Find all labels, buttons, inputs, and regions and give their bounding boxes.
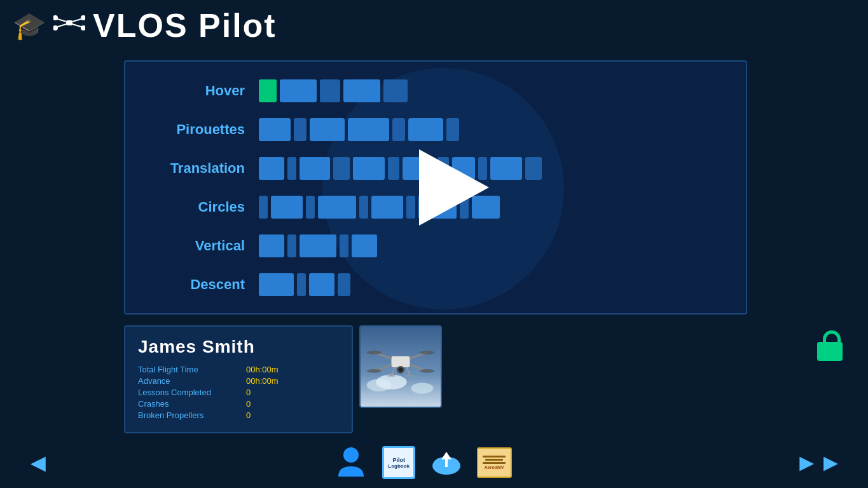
vert-seg-2 <box>300 234 336 257</box>
vertical-row <box>259 231 740 260</box>
circ-seg-3 <box>318 196 356 219</box>
cert-brand-text: AerodMV <box>485 465 504 470</box>
row-label-hover: Hover <box>125 83 252 99</box>
hover-seg-0 <box>259 79 277 102</box>
row-label-circles: Circles <box>125 199 252 215</box>
profile-button[interactable] <box>334 445 369 480</box>
header: 🎓 VLOS Pilot <box>0 0 868 51</box>
circ-seg-4 <box>359 196 368 219</box>
trans-seg-1 <box>287 157 296 180</box>
logbook-main-text: Logbook <box>388 463 410 469</box>
username: James Smith <box>138 337 339 357</box>
svg-point-19 <box>420 351 434 355</box>
svg-point-21 <box>420 369 434 373</box>
stat-row-lessons: Lessons Completed 0 <box>138 388 339 397</box>
app-title: VLOS Pilot <box>93 6 277 44</box>
stats-table: Total Flight Time 00h:00m Advance 00h:00… <box>138 365 339 420</box>
svg-point-31 <box>446 458 459 471</box>
cloud-upload-icon <box>430 448 463 477</box>
hover-row <box>259 76 740 105</box>
row-label-translation: Translation <box>125 160 252 177</box>
stat-value-crashes: 0 <box>246 399 251 409</box>
pir-seg-1 <box>294 118 307 141</box>
stat-row-crashes: Crashes 0 <box>138 399 339 409</box>
stat-label-crashes: Crashes <box>138 399 240 409</box>
certificate-button[interactable]: AerodMV <box>477 445 512 480</box>
stat-value-flight-time: 00h:00m <box>246 365 279 374</box>
pir-seg-3 <box>348 118 389 141</box>
trans-seg-5 <box>388 157 399 180</box>
stat-label-lessons: Lessons Completed <box>138 388 240 397</box>
pir-seg-2 <box>310 118 345 141</box>
cloud-upload-button[interactable] <box>429 445 464 480</box>
trans-seg-4 <box>353 157 385 180</box>
stat-value-advance: 00h:00m <box>246 376 279 386</box>
desc-seg-2 <box>309 273 334 296</box>
drone-thumbnail[interactable] <box>359 325 442 408</box>
desc-seg-1 <box>297 273 306 296</box>
stat-row-advance: Advance 00h:00m <box>138 376 339 386</box>
pirouettes-row <box>259 115 740 144</box>
svg-rect-13 <box>391 356 410 367</box>
cert-line-3 <box>483 462 506 464</box>
graduation-cap-icon: 🎓 <box>13 10 46 41</box>
svg-point-18 <box>367 351 382 355</box>
stat-value-propellers: 0 <box>246 410 251 420</box>
circ-seg-1 <box>271 196 303 219</box>
pir-seg-6 <box>446 118 459 141</box>
pir-seg-4 <box>392 118 405 141</box>
trans-seg-3 <box>333 157 350 180</box>
row-labels: Hover Pirouettes Translation Circles Ver… <box>125 62 252 313</box>
desc-seg-0 <box>259 273 294 296</box>
stat-value-lessons: 0 <box>246 388 251 397</box>
trans-seg-10 <box>490 157 522 180</box>
lock-icon[interactable] <box>817 330 843 361</box>
row-label-descent: Descent <box>125 276 252 293</box>
row-label-vertical: Vertical <box>125 238 252 254</box>
hover-seg-2 <box>320 79 340 102</box>
trans-seg-0 <box>259 157 284 180</box>
chart-panel: Hover Pirouettes Translation Circles Ver… <box>124 60 747 315</box>
vert-seg-0 <box>259 234 284 257</box>
row-label-pirouettes: Pirouettes <box>125 121 252 138</box>
stat-row-flight-time: Total Flight Time 00h:00m <box>138 365 339 374</box>
circ-seg-0 <box>259 196 268 219</box>
person-icon <box>336 446 366 479</box>
svg-point-28 <box>343 447 359 463</box>
logbook-top-text: Pilot <box>392 457 405 463</box>
play-button[interactable] <box>419 149 489 226</box>
logbook-button[interactable]: Pilot Logbook <box>382 445 417 480</box>
svg-rect-0 <box>66 20 72 25</box>
svg-point-30 <box>434 458 446 471</box>
cert-line-2 <box>485 459 503 461</box>
hover-seg-4 <box>383 79 408 102</box>
forward-button[interactable]: ◄◄ <box>789 446 849 480</box>
pir-seg-0 <box>259 118 291 141</box>
svg-point-12 <box>411 383 433 393</box>
nav-center: Pilot Logbook AerodMV <box>334 445 512 480</box>
logbook-icon: Pilot Logbook <box>382 446 415 479</box>
svg-point-20 <box>367 369 382 373</box>
lock-body <box>817 342 843 361</box>
circ-seg-2 <box>306 196 315 219</box>
circ-seg-6 <box>406 196 415 219</box>
stat-label-advance: Advance <box>138 376 240 386</box>
desc-seg-3 <box>338 273 350 296</box>
certificate-icon: AerodMV <box>477 447 512 478</box>
trans-seg-2 <box>300 157 330 180</box>
drone-icon <box>53 13 85 38</box>
svg-point-23 <box>399 368 403 372</box>
circ-seg-5 <box>371 196 403 219</box>
stat-label-propellers: Broken Propellers <box>138 410 240 420</box>
user-card: James Smith Total Flight Time 00h:00m Ad… <box>124 325 353 433</box>
cert-line-1 <box>483 456 506 458</box>
chart-grid <box>252 62 746 313</box>
back-button[interactable]: ◄ <box>19 445 57 480</box>
svg-point-11 <box>376 375 406 390</box>
translation-row <box>259 154 740 182</box>
bottom-nav: ◄ Pilot Logbook <box>0 437 868 488</box>
stat-label-flight-time: Total Flight Time <box>138 365 240 374</box>
descent-row <box>259 270 740 299</box>
stat-row-propellers: Broken Propellers 0 <box>138 410 339 420</box>
lock-shackle <box>823 330 841 343</box>
